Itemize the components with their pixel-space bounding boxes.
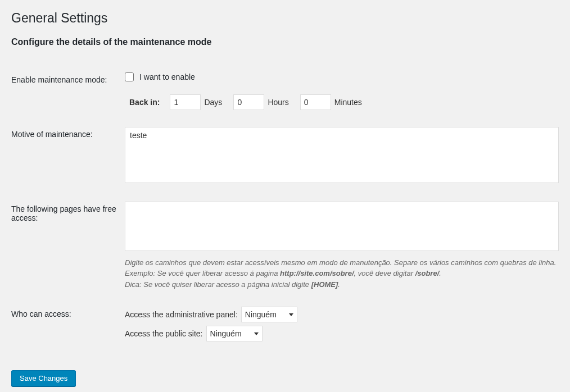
page-subtitle: Configure the details of the maintenance… [11, 37, 559, 47]
enable-checkbox-label: I want to enable [139, 72, 195, 81]
free-access-label: The following pages have free access: [11, 193, 125, 299]
who-access-label: Who can access: [11, 298, 125, 353]
days-input[interactable] [170, 94, 201, 110]
enable-checkbox-wrap[interactable]: I want to enable [125, 72, 195, 81]
enable-checkbox[interactable] [125, 72, 134, 81]
motive-textarea[interactable]: teste [125, 127, 559, 183]
admin-access-select[interactable]: Ninguém [241, 307, 297, 322]
hours-input[interactable] [233, 94, 264, 110]
days-unit: Days [204, 98, 222, 107]
public-access-select[interactable]: Ninguém [206, 326, 263, 341]
motive-label: Motive of maintenance: [11, 118, 125, 193]
public-access-label: Access the public site: [125, 329, 203, 338]
enable-mode-label: Enable maintenance mode: [11, 64, 125, 118]
free-access-hint: Digite os caminhos que devem estar acess… [125, 257, 559, 290]
minutes-unit: Minutes [334, 98, 362, 107]
admin-access-label: Access the administrative panel: [125, 310, 238, 319]
hours-unit: Hours [268, 98, 288, 107]
page-title: General Settings [11, 10, 559, 27]
free-access-textarea[interactable] [125, 202, 559, 251]
back-in-label: Back in: [129, 98, 160, 107]
save-changes-button[interactable]: Save Changes [11, 370, 76, 386]
minutes-input[interactable] [300, 94, 331, 110]
